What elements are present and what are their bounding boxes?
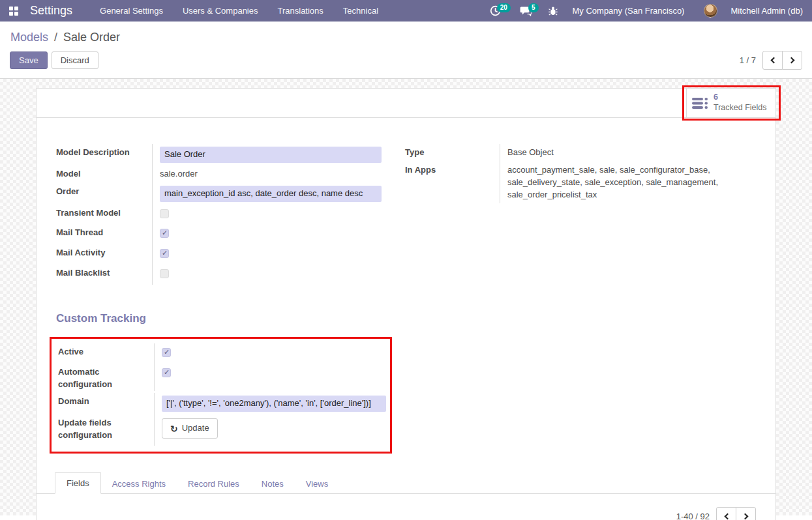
in-apps-label: In Apps <box>405 162 500 179</box>
mail-blacklist-label: Mail Blacklist <box>56 265 152 282</box>
pager-next-button[interactable] <box>782 51 802 70</box>
field-order: Order main_exception_id asc, date_order … <box>56 183 395 205</box>
chevron-right-icon <box>742 513 748 520</box>
custom-tracking-title: Custom Tracking <box>56 312 756 325</box>
in-apps-value: account_payment_sale, sale, sale_configu… <box>507 164 718 199</box>
nav-menu: General Settings Users & Companies Trans… <box>100 6 378 16</box>
user-menu[interactable]: Mitchell Admin (db) <box>730 6 803 16</box>
transient-model-label: Transient Model <box>56 205 152 222</box>
content-background: 6 Tracked Fields Model Description Sale … <box>0 79 812 515</box>
nav-menu-users-companies[interactable]: Users & Companies <box>183 6 258 16</box>
field-update-fields-configuration: Update fields configuration ↻ Update <box>58 414 390 446</box>
fields-list-pager-value: 1-40 / 92 <box>676 512 710 520</box>
tab-notes[interactable]: Notes <box>250 474 295 494</box>
fields-list-pager: 1-40 / 92 <box>56 507 762 520</box>
mail-thread-checkbox[interactable] <box>160 229 169 238</box>
field-mail-activity: Mail Activity <box>56 244 395 265</box>
mail-activity-label: Mail Activity <box>56 244 152 262</box>
control-panel-buttons: Save Discard 1 / 7 <box>10 51 802 78</box>
active-checkbox[interactable] <box>162 348 171 357</box>
breadcrumb-separator: / <box>52 31 60 44</box>
update-button[interactable]: ↻ Update <box>162 418 218 439</box>
user-avatar[interactable] <box>704 4 717 18</box>
top-navbar: Settings General Settings Users & Compan… <box>0 0 812 22</box>
active-label: Active <box>58 343 154 361</box>
control-panel: Models / Sale Order Save Discard 1 / 7 <box>0 22 812 79</box>
chevron-left-icon <box>724 513 730 520</box>
model-description-input[interactable]: Sale Order <box>160 147 382 163</box>
type-label: Type <box>405 144 500 162</box>
button-box: 6 Tracked Fields <box>37 89 775 118</box>
tracked-fields-list-icon <box>692 97 708 109</box>
messages-badge: 5 <box>528 3 539 12</box>
bug-icon <box>548 6 558 16</box>
model-label: Model <box>56 166 152 183</box>
navbar-systray: 20 5 My Company (San Francisco) Mitchell… <box>490 4 803 18</box>
automatic-configuration-checkbox[interactable] <box>162 368 171 377</box>
chevron-left-icon <box>770 57 777 64</box>
nav-menu-technical[interactable]: Technical <box>343 6 378 16</box>
record-pager-value: 1 / 7 <box>740 55 756 65</box>
field-model-description: Model Description Sale Order <box>56 144 395 166</box>
field-transient-model: Transient Model <box>56 205 395 225</box>
mail-activity-checkbox[interactable] <box>160 249 169 258</box>
apps-grid-icon[interactable] <box>9 7 18 16</box>
form-right-column: Type Base Object In Apps account_payment… <box>405 144 756 285</box>
field-type: Type Base Object <box>405 144 756 162</box>
pager-previous-button[interactable] <box>762 51 783 70</box>
field-in-apps: In Apps account_payment_sale, sale, sale… <box>405 162 756 204</box>
field-active: Active <box>58 343 390 364</box>
refresh-icon: ↻ <box>170 424 178 433</box>
company-switcher[interactable]: My Company (San Francisco) <box>573 6 685 16</box>
annotation-rectangle-custom-tracking: Active Automatic configuration Domain ['… <box>50 337 392 454</box>
breadcrumb: Models / Sale Order <box>10 22 802 51</box>
breadcrumb-models-link[interactable]: Models <box>10 31 48 44</box>
fields-pager-previous-button[interactable] <box>716 507 736 520</box>
order-input[interactable]: main_exception_id asc, date_order desc, … <box>160 186 382 202</box>
tracked-fields-label: Tracked Fields <box>714 103 767 113</box>
automatic-configuration-label: Automatic configuration <box>58 364 154 394</box>
discard-button[interactable]: Discard <box>52 51 98 69</box>
record-pager: 1 / 7 <box>740 51 802 70</box>
model-description-label: Model Description <box>56 144 152 162</box>
breadcrumb-current: Sale Order <box>63 31 120 44</box>
field-automatic-configuration: Automatic configuration <box>58 364 390 394</box>
update-fields-configuration-label: Update fields configuration <box>58 414 154 444</box>
field-model: Model sale.order <box>56 166 395 183</box>
field-mail-blacklist: Mail Blacklist <box>56 265 395 285</box>
transient-model-checkbox[interactable] <box>160 209 169 218</box>
tab-access-rights[interactable]: Access Rights <box>101 474 177 494</box>
notebook-tabs: Fields Access Rights Record Rules Notes … <box>37 472 775 494</box>
model-value: sale.order <box>160 168 198 179</box>
tab-record-rules[interactable]: Record Rules <box>177 474 250 494</box>
debug-menu[interactable] <box>548 6 558 16</box>
fields-pager-next-button[interactable] <box>736 507 756 520</box>
tracked-fields-count: 6 <box>714 93 767 103</box>
mail-blacklist-checkbox[interactable] <box>160 269 169 278</box>
update-button-label: Update <box>182 422 209 435</box>
field-domain: Domain ['|', ('ttype', '!=', 'one2many')… <box>58 393 390 414</box>
activity-badge: 20 <box>497 3 511 12</box>
tracked-fields-button[interactable]: 6 Tracked Fields <box>686 89 775 117</box>
mail-thread-label: Mail Thread <box>56 224 152 242</box>
nav-menu-general-settings[interactable]: General Settings <box>100 6 163 16</box>
nav-menu-translations[interactable]: Translations <box>278 6 323 16</box>
form-left-column: Model Description Sale Order Model sale.… <box>56 144 395 285</box>
order-label: Order <box>56 183 152 201</box>
model-form: Model Description Sale Order Model sale.… <box>37 118 775 520</box>
activity-menu[interactable]: 20 <box>490 5 511 16</box>
domain-input[interactable]: ['|', ('ttype', '!=', 'one2many'), ('nam… <box>162 396 386 412</box>
app-title[interactable]: Settings <box>30 4 72 18</box>
tab-views[interactable]: Views <box>295 474 339 494</box>
save-button[interactable]: Save <box>10 51 48 69</box>
form-sheet: 6 Tracked Fields Model Description Sale … <box>36 88 776 520</box>
tab-fields[interactable]: Fields <box>55 472 101 494</box>
chevron-right-icon <box>788 57 794 64</box>
type-value: Base Object <box>507 147 554 157</box>
domain-label: Domain <box>58 393 154 411</box>
messages-menu[interactable]: 5 <box>520 6 539 16</box>
field-mail-thread: Mail Thread <box>56 224 395 244</box>
